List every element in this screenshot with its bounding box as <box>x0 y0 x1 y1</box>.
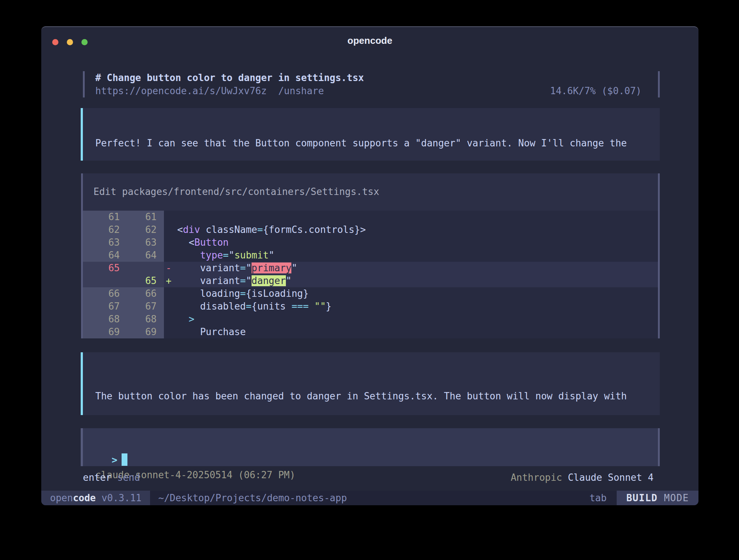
old-line-number: 68 <box>83 313 120 326</box>
new-line-number: 67 <box>120 300 164 313</box>
new-line-number <box>120 262 164 275</box>
new-line-number: 61 <box>120 211 164 223</box>
assistant-message: Perfect! I can see that the Button compo… <box>81 108 660 161</box>
diff-rows: 6161 6262 <div className={formCs.control… <box>83 211 658 338</box>
provider-name: Anthropic <box>511 472 562 483</box>
model-name: Claude Sonnet 4 <box>568 472 654 483</box>
assistant-message: The button color has been changed to dan… <box>81 352 660 415</box>
old-line-number: 61 <box>83 211 120 223</box>
old-line-number: 65 <box>83 262 120 275</box>
title-bar: opencode <box>41 27 698 53</box>
app-name-code: code <box>73 492 96 503</box>
diff-row: 65+ variant="danger" <box>83 275 658 287</box>
enter-key-hint: enter <box>83 472 111 483</box>
diff-code-line: > <box>164 313 658 326</box>
new-line-number: 65 <box>120 275 164 287</box>
new-line-number: 69 <box>120 326 164 338</box>
diff-code-line: - variant="primary" <box>164 262 658 275</box>
app-name-open: open <box>50 492 73 503</box>
old-line-number: 64 <box>83 249 120 262</box>
diff-row: 6262 <div className={formCs.controls}> <box>83 223 658 236</box>
session-header: # Change button color to danger in setti… <box>83 71 660 97</box>
diff-code-line: type="submit" <box>164 249 658 262</box>
model-indicator: Anthropic Claude Sonnet 4 <box>511 471 654 484</box>
prompt-input[interactable]: > <box>81 428 660 466</box>
app-window: opencode # Change button color to danger… <box>41 26 698 505</box>
new-line-number: 63 <box>120 236 164 249</box>
version-number: v0.3.11 <box>102 492 142 503</box>
edit-header: Edit packages/frontend/src/containers/Se… <box>83 173 658 198</box>
diff-row: 65- variant="primary" <box>83 262 658 275</box>
diff-row: 6363 <Button <box>83 236 658 249</box>
text-cursor <box>122 453 127 466</box>
session-title: # Change button color to danger in setti… <box>95 71 642 84</box>
old-line-number: 62 <box>83 223 120 236</box>
new-line-number: 68 <box>120 313 164 326</box>
diff-code-line: + variant="danger" <box>164 275 658 287</box>
send-label: send <box>117 472 140 483</box>
status-bar: opencode v0.3.11 ~/Desktop/Projects/demo… <box>41 491 698 505</box>
diff-row: 6161 <box>83 211 658 223</box>
message-line: The button color has been changed to dan… <box>95 390 660 403</box>
diff-code-line: Purchase <box>164 326 658 338</box>
diff-code-line <box>164 211 658 223</box>
old-line-number <box>83 275 120 287</box>
token-cost-stats: 14.6K/7% ($0.07) <box>550 84 642 97</box>
statusbar-spacer <box>347 491 589 505</box>
share-url[interactable]: https://opencode.ai/s/UwJxv76z <box>95 85 267 96</box>
send-hint: enter send <box>83 471 140 484</box>
diff-row: 6666 loading={isLoading} <box>83 287 658 300</box>
app-version <box>96 492 102 503</box>
diff-row: 6969 Purchase <box>83 326 658 338</box>
diff-code-line: <Button <box>164 236 658 249</box>
old-line-number: 69 <box>83 326 120 338</box>
mode-toggle[interactable]: BUILD MODE <box>617 491 698 505</box>
prompt-chevron: > <box>112 454 118 465</box>
diff-code-line: <div className={formCs.controls}> <box>164 223 658 236</box>
diff-row: 6767 disabled={units === ""} <box>83 300 658 313</box>
diff-row: 6868 > <box>83 313 658 326</box>
hint-row: enter send Anthropic Claude Sonnet 4 <box>81 471 660 484</box>
diff-code-line: disabled={units === ""} <box>164 300 658 313</box>
edit-file-path: packages/frontend/src/containers/Setting… <box>122 186 379 197</box>
edit-tool-card: Edit packages/frontend/src/containers/Se… <box>81 173 660 338</box>
message-line: Perfect! I can see that the Button compo… <box>95 137 660 150</box>
new-line-number: 66 <box>120 287 164 300</box>
window-title: opencode <box>41 35 698 46</box>
old-line-number: 67 <box>83 300 120 313</box>
mode-suffix: MODE <box>664 492 689 503</box>
share-line: https://opencode.ai/s/UwJxv76z /unshare <box>95 84 324 97</box>
tab-key-hint: tab <box>589 491 606 505</box>
working-directory: ~/Desktop/Projects/demo-notes-app <box>158 491 347 505</box>
mode-name: BUILD <box>626 492 658 503</box>
new-line-number: 64 <box>120 249 164 262</box>
diff-row: 6464 type="submit" <box>83 249 658 262</box>
old-line-number: 63 <box>83 236 120 249</box>
unshare-command[interactable]: /unshare <box>278 85 324 96</box>
diff-code-line: loading={isLoading} <box>164 287 658 300</box>
old-line-number: 66 <box>83 287 120 300</box>
app-version-segment: opencode v0.3.11 <box>41 491 150 505</box>
new-line-number: 62 <box>120 223 164 236</box>
edit-action-label: Edit <box>93 186 116 197</box>
